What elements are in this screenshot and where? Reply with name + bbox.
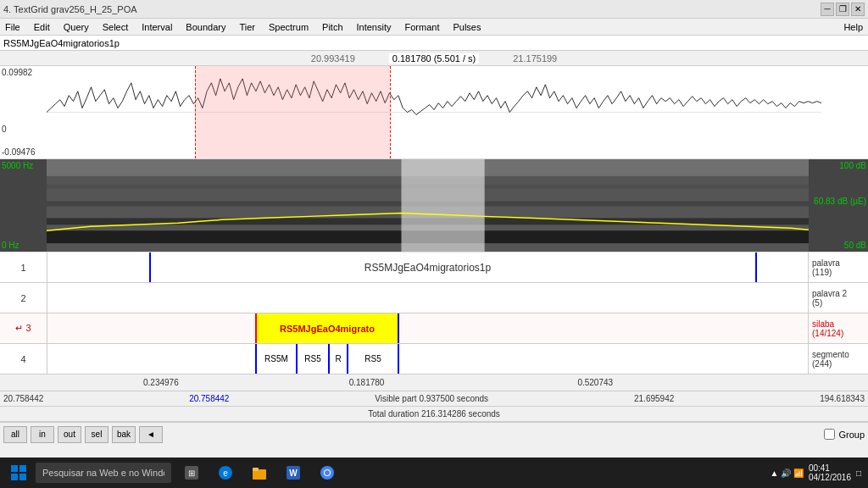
menu-edit[interactable]: Edit [31,21,53,33]
tier-row-4[interactable]: 4 RS5M RS5 R RS5 segmento (244) [0,344,868,374]
toolbar-in-button[interactable]: in [31,426,54,443]
total-duration-label: Total duration 216.314286 seconds [368,409,500,419]
freq-bottom-label: 0 Hz [2,241,19,250]
taskbar: ⊞ e W [0,458,868,488]
taskbar-notifications[interactable]: □ [856,469,861,478]
ruler-tick-3: 0.520743 [577,378,613,387]
tier-number-4: 4 [0,354,47,364]
tier-3-interval-active[interactable]: RS5MJgEaO4migrato [255,313,399,343]
status-time-left: 20.758442 [3,394,43,403]
taskbar-right: ▲ 🔊 📶 00:41 04/12/2016 □ [770,463,865,482]
group-checkbox[interactable] [824,429,835,440]
tier-3-content[interactable]: RS5MJgEaO4migrato [47,313,809,343]
waveform-container[interactable]: 0.09982 0 -0.09476 [0,66,868,159]
filename-bar [0,36,868,51]
menu-formant[interactable]: Formant [401,21,442,33]
ruler-tick-1: 0.234976 [143,378,179,387]
menu-interval[interactable]: Interval [138,21,175,33]
tier-2-content[interactable] [47,283,809,313]
db-bottom-label: 50 dB [844,241,866,250]
menu-pitch[interactable]: Pitch [319,21,346,33]
time-left: 20.993419 [311,53,355,64]
status-time-right2: 194.618343 [820,394,865,403]
tier-number-3: ↵ 3 [0,323,47,334]
taskbar-date: 04/12/2016 [809,473,851,482]
filename-input[interactable] [3,38,173,48]
taskbar-app-3[interactable] [244,460,275,485]
time-markers: 20.993419 0.181780 (5.501 / s) 21.175199 [0,51,868,66]
taskbar-app-4[interactable]: W [278,460,309,485]
ruler-content: 0.234976 0.181780 0.520743 [47,374,809,391]
svg-rect-11 [19,474,26,480]
waveform-y-labels: 0.09982 0 -0.09476 [0,66,47,158]
toolbar-out-button[interactable]: out [58,426,81,443]
toolbar-sel-button[interactable]: sel [85,426,108,443]
menu-file[interactable]: File [2,21,24,33]
spectrogram-container[interactable]: 5000 Hz 0 Hz 100 dB 60.83 dB (µE) 50 dB [0,159,868,252]
taskbar-search-input[interactable] [36,463,171,483]
group-label: Group [838,430,865,440]
toolbar-bak-button[interactable]: bak [112,426,136,443]
menu-tier[interactable]: Tier [236,21,259,33]
tier-number-2: 2 [0,293,47,303]
spectrogram-svg [47,159,809,252]
taskbar-clock: 00:41 04/12/2016 [809,463,851,482]
taskbar-app-2[interactable]: e [210,460,241,485]
tier-3-boundary-red[interactable] [255,313,257,343]
svg-text:W: W [289,469,298,478]
menu-query[interactable]: Query [60,21,92,33]
waveform-right-labels [821,66,868,158]
menu-intensity[interactable]: Intensity [353,21,395,33]
tier-4-seg-rs5[interactable]: RS5 [298,344,330,374]
waveform-y-top: 0.09982 [2,68,45,77]
menu-select[interactable]: Select [99,21,132,33]
waveform-y-zero: 0 [2,125,45,134]
taskbar-icon-1: ⊞ [183,464,200,481]
tier-4-content[interactable]: RS5M RS5 R RS5 [47,344,809,374]
taskbar-icons: ▲ 🔊 📶 [770,469,803,478]
windows-icon [10,464,27,481]
tier-4-seg-r[interactable]: R [330,344,348,374]
menu-spectrum[interactable]: Spectrum [265,21,312,33]
menu-pulses[interactable]: Pulses [449,21,484,33]
time-center: 0.181780 (5.501 / s) [389,53,479,64]
taskbar-icon-chrome [319,464,336,481]
toolbar-arrow-button[interactable]: ◄ [139,426,163,443]
taskbar-apps: ⊞ e W [176,460,342,485]
minimize-button[interactable]: ─ [821,3,834,16]
svg-text:⊞: ⊞ [188,469,195,478]
start-button[interactable] [3,460,34,485]
menu-boundary[interactable]: Boundary [182,21,229,33]
tier-4-seg-rs5m[interactable]: RS5M [255,344,298,374]
menu-help[interactable]: Help [840,21,866,33]
close-button[interactable]: ✕ [851,3,865,16]
toolbar-all-button[interactable]: all [3,426,27,443]
status-visible: Visible part 0.937500 seconds [375,394,488,403]
time-right: 21.175199 [513,53,557,64]
tier-3-right-label: silaba (14/124) [809,319,868,338]
tier-row-1[interactable]: 1 RS5MJgEaO4migratorios1p palavra (119) [0,252,868,283]
freq-top-label: 5000 Hz [2,161,33,170]
tier-row-2[interactable]: 2 palavra 2 (5) [0,283,868,313]
tier-1-content[interactable]: RS5MJgEaO4migratorios1p [47,252,809,282]
taskbar-icon-folder [251,464,268,481]
window-controls[interactable]: ─ ❐ ✕ [821,3,865,16]
menu-bar: File Edit Query Select Interval Boundary… [0,19,868,36]
waveform-y-bottom: -0.09476 [2,147,45,157]
status-time-right: 21.695942 [634,394,674,403]
svg-text:e: e [223,469,228,478]
taskbar-app-5[interactable] [312,460,342,485]
svg-rect-10 [11,474,18,480]
title-bar: 4. TextGrid grav256_H_25_POA ─ ❐ ✕ [0,0,868,19]
waveform-canvas[interactable] [47,66,821,158]
window-title: 4. TextGrid grav256_H_25_POA [3,4,137,14]
tier-number-1: 1 [0,263,47,273]
taskbar-app-1[interactable]: ⊞ [176,460,207,485]
svg-rect-8 [11,465,18,472]
svg-rect-9 [19,465,26,472]
status-time-blue: 20.758442 [189,394,229,403]
status-bar-1: 20.758442 20.758442 Visible part 0.93750… [0,391,868,407]
restore-button[interactable]: ❐ [836,3,849,16]
tier-4-seg-rs5b[interactable]: RS5 [348,344,399,374]
tier-row-3[interactable]: ↵ 3 RS5MJgEaO4migrato silaba (14/124) [0,313,868,344]
